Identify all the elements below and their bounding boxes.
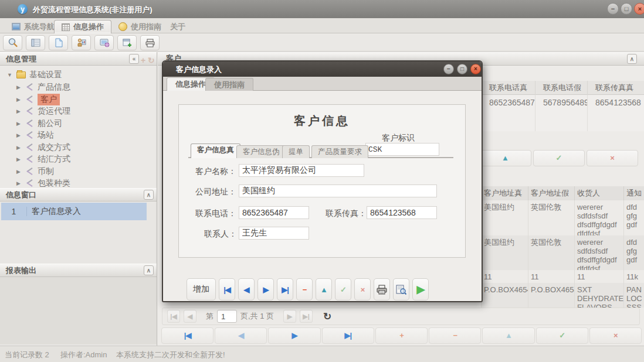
close-button[interactable]: × [634,3,644,15]
tree-item-2[interactable]: ▶客户 [16,94,60,105]
folder-icon [16,71,26,78]
tool-icon [26,180,34,187]
run-button[interactable]: ▶ [412,278,429,300]
company-address-label: 公司地址： [195,187,236,197]
collapsed-arrow-icon[interactable]: ▶ [16,169,22,175]
next-button[interactable]: ▶ [257,278,274,300]
tree-item-1[interactable]: ▶产品信息 [16,81,70,93]
contact-phone-input[interactable] [239,206,309,219]
bottom-table-col-header: 客户地址假 [528,186,574,200]
add-table-icon[interactable] [117,35,137,50]
tree-item-8[interactable]: ▶币制 [16,166,54,177]
company-address-input[interactable] [239,185,437,197]
dialog-tab-user-guide[interactable]: 使用指南 [205,78,253,91]
delete-button[interactable]: − [296,278,313,300]
dialog-close-button[interactable]: × [470,64,481,74]
table-view-icon[interactable] [26,35,45,50]
tab-info-operation[interactable]: 信息操作 [54,20,111,33]
cancel-nav-button[interactable]: × [589,327,642,344]
dialog-minimize-button[interactable]: − [443,64,454,74]
tree-item-5[interactable]: ▶场站 [16,129,54,141]
tree-item-label: 币制 [38,166,54,177]
collapsed-arrow-icon[interactable]: ▶ [16,97,22,103]
last-button[interactable]: ▶| [277,278,293,300]
tab-user-guide[interactable]: 使用指南 [111,20,168,33]
print-icon [376,284,388,295]
minimize-button[interactable]: − [607,3,619,15]
tree-item-7[interactable]: ▶结汇方式 [16,153,70,165]
print-preview-icon [395,284,407,295]
bottom-table-cell: 美国纽约 [481,200,528,235]
customer-name-input[interactable] [239,164,364,177]
collapsed-arrow-icon[interactable]: ▶ [16,180,22,186]
edit-button[interactable]: ▲ [479,150,531,166]
tree-item-6[interactable]: ▶成交方式 [16,142,70,153]
confirm-button[interactable]: ✓ [533,150,585,166]
print-button[interactable] [374,278,390,300]
last-nav-button[interactable]: ▶| [322,327,374,344]
page-first-button[interactable]: |◀ [167,310,180,323]
content-collapse-icon[interactable]: ∧ [627,54,637,64]
next-nav-button[interactable]: ▶ [268,327,320,344]
inner-tab-2[interactable]: 客户信息伪 [236,145,286,158]
tree-item-9[interactable]: ▶包装种类 [16,177,70,188]
delete-icon: − [303,285,307,294]
tree-item-4[interactable]: ▶船公司 [16,118,62,129]
page-prev-button[interactable]: ◀ [184,310,196,323]
contact-fax-input[interactable] [367,206,437,219]
collapsed-arrow-icon[interactable]: ▶ [16,121,22,127]
contact-person-input[interactable] [239,227,309,240]
add-record-button[interactable]: 增加 [187,278,216,300]
collapsed-arrow-icon[interactable]: ▶ [16,108,22,114]
tree-item-3[interactable]: ▶货运代理 [16,105,70,117]
maximize-button[interactable]: □ [621,3,632,15]
tab-system-nav[interactable]: 系统导航 [5,20,62,33]
page-next-button[interactable]: ▶ [283,310,296,323]
bottom-table-cell: 11 [481,270,528,283]
document-icon[interactable] [49,35,68,50]
dialog-maximize-button[interactable]: □ [457,64,467,74]
collapsed-arrow-icon[interactable]: ▶ [16,132,22,138]
report-output-collapse-icon[interactable]: ∧ [144,265,154,275]
tree-root[interactable]: ▼ 基础设置 [7,69,62,81]
collapsed-arrow-icon[interactable]: ▶ [16,145,22,151]
inner-tab-4[interactable]: 产品质量要求 [311,145,368,158]
confirm-nav-button[interactable]: ✓ [536,327,588,344]
first-nav-button[interactable]: |◀ [161,327,213,344]
inner-tab-3[interactable]: 提单 [282,145,310,158]
first-button[interactable]: |◀ [219,278,235,300]
sidebar-collapse-icon[interactable]: « [129,54,139,64]
printer-icon[interactable] [140,35,160,50]
report-output-header: 报表输出 ∧ [0,264,157,277]
refresh-icon[interactable]: ↻ [323,310,331,323]
info-window-row[interactable]: 1客户信息录入 [1,203,147,220]
cancel-button[interactable]: × [354,278,371,300]
monitor-globe-icon[interactable] [94,35,114,50]
cancel-button[interactable]: × [587,150,638,166]
search-icon[interactable] [3,35,22,50]
prev-button[interactable]: ◀ [238,278,255,300]
confirm-button[interactable]: ✓ [335,278,351,300]
info-window-collapse-icon[interactable]: ∧ [144,190,154,200]
print-preview-button[interactable] [393,278,409,300]
tool-icon [26,144,34,151]
user-report-icon[interactable] [72,35,91,50]
prev-nav-button[interactable]: ◀ [215,327,267,344]
tab-about[interactable]: 关于 [163,20,192,33]
sidebar-add-icon[interactable]: + [141,54,145,67]
remove-nav-button[interactable]: − [429,327,481,344]
page-last-button[interactable]: ▶| [300,310,313,323]
inner-tab-1[interactable]: 客户信息真 [191,144,240,158]
add-nav-button[interactable]: + [375,327,428,344]
edit-button[interactable]: ▲ [316,278,332,300]
edit-nav-button[interactable]: ▲ [482,327,534,344]
page-number-input[interactable] [217,310,237,323]
sidebar-refresh-icon[interactable]: ↻ [148,54,155,67]
expanded-arrow-icon[interactable]: ▼ [7,72,13,78]
last-icon: ▶| [344,331,351,340]
last-icon: ▶| [282,285,289,294]
bottom-table-cell: 英国伦敦 [528,200,574,235]
collapsed-arrow-icon[interactable]: ▶ [16,156,22,162]
top-table-col-header: 联系传真真 [587,81,644,95]
collapsed-arrow-icon[interactable]: ▶ [16,84,22,90]
